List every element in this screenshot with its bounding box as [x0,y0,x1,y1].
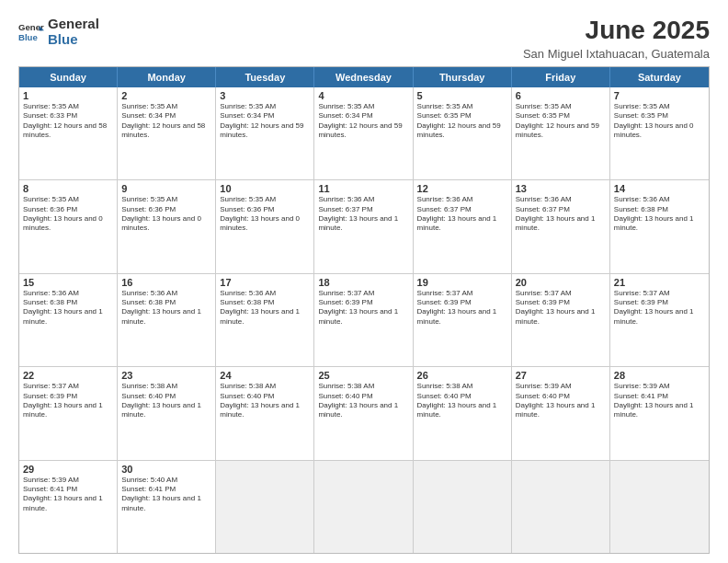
calendar-row-2: 8Sunrise: 5:35 AMSunset: 6:36 PMDaylight… [19,179,709,272]
header-cell-monday: Monday [118,67,216,87]
cell-day-number: 7 [614,90,705,101]
calendar-title: June 2025 [523,17,710,45]
cell-day-number: 30 [121,464,211,475]
calendar-row-4: 22Sunrise: 5:37 AMSunset: 6:39 PMDayligh… [19,366,709,459]
cell-info: Sunrise: 5:38 AMSunset: 6:40 PMDaylight:… [121,382,211,420]
calendar-cell: 8Sunrise: 5:35 AMSunset: 6:36 PMDaylight… [19,180,118,272]
cell-info: Sunrise: 5:35 AMSunset: 6:35 PMDaylight:… [516,102,606,141]
header-cell-thursday: Thursday [414,67,512,87]
calendar-cell: 28Sunrise: 5:39 AMSunset: 6:41 PMDayligh… [610,367,709,459]
calendar-cell: 27Sunrise: 5:39 AMSunset: 6:40 PMDayligh… [512,367,610,459]
cell-day-number: 3 [220,90,310,101]
cell-info: Sunrise: 5:38 AMSunset: 6:40 PMDaylight:… [220,382,310,420]
header: General Blue General Blue June 2025 San … [18,17,710,61]
calendar-cell [314,461,413,553]
page: General Blue General Blue June 2025 San … [0,0,728,563]
cell-day-number: 25 [318,370,408,381]
cell-info: Sunrise: 5:36 AMSunset: 6:38 PMDaylight:… [220,289,310,327]
cell-day-number: 23 [121,370,211,381]
logo-blue: Blue [48,32,99,48]
calendar-cell: 9Sunrise: 5:35 AMSunset: 6:36 PMDaylight… [118,180,216,272]
calendar-cell: 2Sunrise: 5:35 AMSunset: 6:34 PMDaylight… [118,87,216,179]
calendar-cell [216,461,314,553]
cell-info: Sunrise: 5:38 AMSunset: 6:40 PMDaylight:… [318,382,408,420]
cell-day-number: 22 [23,370,113,381]
calendar-cell: 30Sunrise: 5:40 AMSunset: 6:41 PMDayligh… [118,461,216,553]
cell-info: Sunrise: 5:38 AMSunset: 6:40 PMDaylight:… [417,382,507,420]
cell-day-number: 21 [614,277,705,288]
cell-day-number: 15 [23,277,113,288]
cell-day-number: 8 [23,183,113,194]
cell-info: Sunrise: 5:37 AMSunset: 6:39 PMDaylight:… [417,289,507,327]
calendar-cell: 7Sunrise: 5:35 AMSunset: 6:35 PMDaylight… [610,87,709,179]
cell-info: Sunrise: 5:35 AMSunset: 6:36 PMDaylight:… [220,195,310,234]
cell-info: Sunrise: 5:35 AMSunset: 6:36 PMDaylight:… [121,195,211,234]
cell-info: Sunrise: 5:36 AMSunset: 6:38 PMDaylight:… [121,289,211,327]
cell-info: Sunrise: 5:36 AMSunset: 6:37 PMDaylight:… [318,195,408,234]
cell-info: Sunrise: 5:36 AMSunset: 6:38 PMDaylight:… [614,195,705,234]
logo-general: General [48,17,99,32]
cell-day-number: 18 [318,277,408,288]
calendar-row-1: 1Sunrise: 5:35 AMSunset: 6:33 PMDaylight… [19,87,709,179]
cell-day-number: 19 [417,277,507,288]
calendar-cell: 23Sunrise: 5:38 AMSunset: 6:40 PMDayligh… [118,367,216,459]
cell-info: Sunrise: 5:37 AMSunset: 6:39 PMDaylight:… [23,382,113,420]
cell-day-number: 28 [614,370,705,381]
calendar-cell: 29Sunrise: 5:39 AMSunset: 6:41 PMDayligh… [19,461,118,553]
cell-info: Sunrise: 5:35 AMSunset: 6:35 PMDaylight:… [614,102,705,141]
cell-info: Sunrise: 5:35 AMSunset: 6:34 PMDaylight:… [220,102,310,141]
cell-day-number: 26 [417,370,507,381]
calendar-cell: 20Sunrise: 5:37 AMSunset: 6:39 PMDayligh… [512,274,610,366]
cell-day-number: 20 [516,277,606,288]
calendar-header: SundayMondayTuesdayWednesdayThursdayFrid… [19,67,709,87]
calendar-cell: 18Sunrise: 5:37 AMSunset: 6:39 PMDayligh… [314,274,413,366]
calendar-cell [414,461,512,553]
calendar-cell: 26Sunrise: 5:38 AMSunset: 6:40 PMDayligh… [414,367,512,459]
cell-info: Sunrise: 5:35 AMSunset: 6:34 PMDaylight:… [318,102,408,141]
cell-day-number: 29 [23,464,113,475]
calendar-cell: 24Sunrise: 5:38 AMSunset: 6:40 PMDayligh… [216,367,314,459]
calendar-row-5: 29Sunrise: 5:39 AMSunset: 6:41 PMDayligh… [19,460,709,553]
calendar-cell: 12Sunrise: 5:36 AMSunset: 6:37 PMDayligh… [414,180,512,272]
cell-day-number: 24 [220,370,310,381]
calendar-row-3: 15Sunrise: 5:36 AMSunset: 6:38 PMDayligh… [19,273,709,366]
calendar-cell: 11Sunrise: 5:36 AMSunset: 6:37 PMDayligh… [314,180,413,272]
cell-info: Sunrise: 5:37 AMSunset: 6:39 PMDaylight:… [516,289,606,327]
cell-info: Sunrise: 5:37 AMSunset: 6:39 PMDaylight:… [318,289,408,327]
cell-day-number: 2 [121,90,211,101]
cell-day-number: 14 [614,183,705,194]
calendar-cell: 1Sunrise: 5:35 AMSunset: 6:33 PMDaylight… [19,87,118,179]
calendar-cell [512,461,610,553]
calendar-cell: 5Sunrise: 5:35 AMSunset: 6:35 PMDaylight… [414,87,512,179]
calendar-cell: 4Sunrise: 5:35 AMSunset: 6:34 PMDaylight… [314,87,413,179]
cell-info: Sunrise: 5:35 AMSunset: 6:36 PMDaylight:… [23,195,113,234]
header-cell-tuesday: Tuesday [216,67,314,87]
calendar-cell: 22Sunrise: 5:37 AMSunset: 6:39 PMDayligh… [19,367,118,459]
cell-day-number: 1 [23,90,113,101]
cell-info: Sunrise: 5:39 AMSunset: 6:41 PMDaylight:… [23,476,113,514]
calendar-cell: 16Sunrise: 5:36 AMSunset: 6:38 PMDayligh… [118,274,216,366]
calendar-cell: 25Sunrise: 5:38 AMSunset: 6:40 PMDayligh… [314,367,413,459]
cell-info: Sunrise: 5:40 AMSunset: 6:41 PMDaylight:… [121,476,211,514]
cell-day-number: 5 [417,90,507,101]
cell-info: Sunrise: 5:39 AMSunset: 6:40 PMDaylight:… [516,382,606,420]
calendar-cell: 17Sunrise: 5:36 AMSunset: 6:38 PMDayligh… [216,274,314,366]
cell-day-number: 11 [318,183,408,194]
header-cell-friday: Friday [512,67,610,87]
calendar-cell: 6Sunrise: 5:35 AMSunset: 6:35 PMDaylight… [512,87,610,179]
calendar-cell: 19Sunrise: 5:37 AMSunset: 6:39 PMDayligh… [414,274,512,366]
cell-day-number: 10 [220,183,310,194]
logo: General Blue General Blue [18,17,99,47]
calendar-cell: 10Sunrise: 5:35 AMSunset: 6:36 PMDayligh… [216,180,314,272]
logo-icon: General Blue [18,19,44,45]
calendar-cell: 15Sunrise: 5:36 AMSunset: 6:38 PMDayligh… [19,274,118,366]
calendar-cell: 13Sunrise: 5:36 AMSunset: 6:37 PMDayligh… [512,180,610,272]
cell-info: Sunrise: 5:39 AMSunset: 6:41 PMDaylight:… [614,382,705,420]
calendar: SundayMondayTuesdayWednesdayThursdayFrid… [18,66,710,554]
cell-info: Sunrise: 5:35 AMSunset: 6:33 PMDaylight:… [23,102,113,141]
cell-info: Sunrise: 5:35 AMSunset: 6:35 PMDaylight:… [417,102,507,141]
calendar-cell: 3Sunrise: 5:35 AMSunset: 6:34 PMDaylight… [216,87,314,179]
cell-day-number: 4 [318,90,408,101]
cell-info: Sunrise: 5:36 AMSunset: 6:37 PMDaylight:… [417,195,507,234]
cell-day-number: 12 [417,183,507,194]
